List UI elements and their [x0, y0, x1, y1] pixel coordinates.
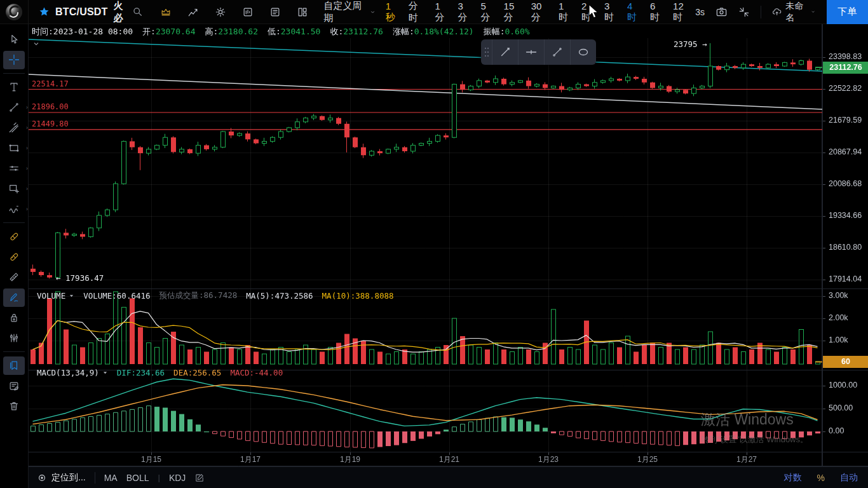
period-1秒[interactable]: 1秒 [381, 1, 403, 24]
trendline-tool[interactable]: › [3, 98, 25, 117]
date-axis-label: 1月25 [637, 454, 658, 465]
rectangle-tool[interactable]: › [3, 139, 25, 158]
period-3分[interactable]: 3分 [453, 1, 476, 24]
save-name-label: 未命名 [785, 1, 807, 24]
settings-icon[interactable] [215, 6, 226, 18]
crown-icon[interactable] [160, 6, 172, 18]
layout-icon[interactable] [297, 6, 308, 18]
period-1时[interactable]: 1时 [553, 1, 576, 24]
price-axis-label: 20086.68 [829, 179, 862, 188]
last-price-badge: 23112.76 [823, 62, 868, 74]
price-level-label[interactable]: 22514.17 [32, 79, 69, 88]
brush-tool[interactable] [3, 288, 25, 307]
drawing-tools-sidebar: ›››››› [0, 24, 29, 488]
magnet-strong-tool[interactable] [3, 227, 25, 246]
indicators-icon[interactable] [187, 6, 199, 18]
bookmark-tool[interactable] [3, 356, 25, 375]
volume-axis-label: 3.00k [829, 291, 848, 300]
ohlc-field: 振幅:0.60% [484, 26, 530, 37]
low-price-annotation: ← 17936.47 [56, 273, 104, 283]
volume-value: VOLUME:60.6416 [83, 291, 150, 301]
period-4时[interactable]: 4时 [622, 1, 645, 24]
trendline-tool[interactable] [544, 39, 570, 65]
locate-button[interactable]: 定位到... [37, 472, 86, 484]
locate-icon [37, 473, 47, 483]
period-1分[interactable]: 1分 [430, 1, 452, 24]
macd-indicator-name: MACD(13,34,9) [37, 368, 99, 377]
ray-tool[interactable] [492, 39, 518, 65]
macd-dif-value: DIF:234.66 [117, 368, 165, 377]
custom-period-dropdown[interactable]: 自定义周期 [323, 0, 375, 24]
price-level-label[interactable]: 21449.80 [32, 119, 69, 128]
date-axis[interactable]: 1月151月171月191月211月231月251月27 [0, 454, 822, 467]
macd-axis-label: 0.00 [829, 426, 844, 435]
ellipse-tool[interactable] [570, 39, 596, 65]
trash-tool[interactable] [3, 397, 25, 416]
ruler-tool[interactable] [3, 268, 25, 287]
sliders-tool[interactable] [3, 329, 25, 348]
indicator-boll[interactable]: BOLL [126, 473, 149, 483]
favorite-star-icon[interactable] [39, 6, 50, 17]
caret-down-icon [102, 370, 108, 376]
box-plus-tool[interactable]: › [3, 180, 25, 198]
period-5分[interactable]: 5分 [476, 1, 499, 24]
place-order-button[interactable]: 下单 [827, 0, 868, 24]
parallel-lines-tool[interactable]: › [3, 159, 25, 178]
indicator-ma[interactable]: MA [104, 473, 118, 483]
caret-down-icon [69, 293, 74, 299]
threes-label[interactable]: 3s [695, 7, 705, 17]
crosshair-tool[interactable] [3, 51, 25, 69]
chart-style-icon[interactable] [242, 6, 254, 18]
lock-tool[interactable] [3, 309, 25, 327]
period-分时[interactable]: 分时 [403, 0, 430, 24]
ohlc-field: 时间:2023-01-28 08:00 [32, 26, 133, 37]
text-tool[interactable] [3, 78, 25, 97]
symbol-label[interactable]: BTC/USDT [55, 6, 107, 18]
date-axis-label: 1月23 [538, 454, 559, 465]
notes-tool[interactable] [3, 377, 25, 395]
save-layout[interactable]: 未命名 [772, 1, 816, 24]
price-axis-label: 19334.66 [829, 211, 862, 220]
custom-period-label: 自定义周期 [323, 0, 367, 24]
ohlc-field: 收:23112.76 [330, 26, 383, 37]
chart-canvas[interactable] [0, 0, 868, 488]
collapse-icon[interactable] [738, 6, 750, 18]
auto-scale-toggle[interactable]: 自动 [840, 472, 858, 484]
legend-collapse-chevron-icon[interactable] [32, 39, 40, 50]
hline-tool[interactable] [518, 39, 544, 65]
magnet-tool[interactable] [3, 248, 25, 266]
indicator-kdj[interactable]: KDJ [169, 473, 186, 483]
chevron-down-icon [370, 9, 376, 15]
percent-scale-toggle[interactable]: % [817, 473, 825, 483]
date-axis-label: 1月15 [141, 454, 161, 465]
pitchfork-tool[interactable]: › [3, 119, 25, 137]
period-6时[interactable]: 6时 [645, 1, 668, 24]
sidebar-divider [3, 73, 25, 74]
log-scale-toggle[interactable]: 对数 [784, 472, 802, 484]
ohlc-field: 低:23041.50 [268, 26, 320, 37]
price-axis-label: 21679.59 [829, 116, 862, 125]
period-2时[interactable]: 2时 [576, 1, 599, 24]
pointer-tool[interactable] [3, 30, 25, 49]
period-30分[interactable]: 30分 [526, 1, 553, 24]
volume-indicator-name: VOLUME [37, 291, 65, 301]
price-axis-label: 22522.82 [829, 84, 862, 93]
drag-handle[interactable] [481, 39, 492, 65]
divider: | [158, 473, 159, 482]
edit-indicators-icon[interactable] [194, 473, 205, 483]
wave-tool[interactable]: › [3, 200, 25, 219]
macd-indicator-dropdown[interactable]: MACD(13,34,9) [37, 368, 108, 377]
period-15分[interactable]: 15分 [499, 1, 526, 24]
price-level-label[interactable]: 21896.00 [32, 102, 69, 111]
volume-indicator-dropdown[interactable]: VOLUME [37, 291, 74, 301]
camera-icon[interactable] [715, 6, 728, 18]
search-icon[interactable] [132, 6, 143, 17]
price-axis[interactable]: 23398.8322522.8221679.5920867.9420086.68… [822, 24, 868, 466]
macd-axis-label: 500.00 [829, 403, 853, 412]
ohlc-field: 高:23180.62 [205, 26, 258, 37]
object-tree-icon[interactable] [269, 6, 281, 18]
app-logo[interactable] [0, 0, 29, 24]
period-12时[interactable]: 12时 [668, 1, 695, 24]
period-3时[interactable]: 3时 [599, 1, 622, 24]
volume-estimate: 预估成交量:86.7428 [159, 290, 238, 301]
